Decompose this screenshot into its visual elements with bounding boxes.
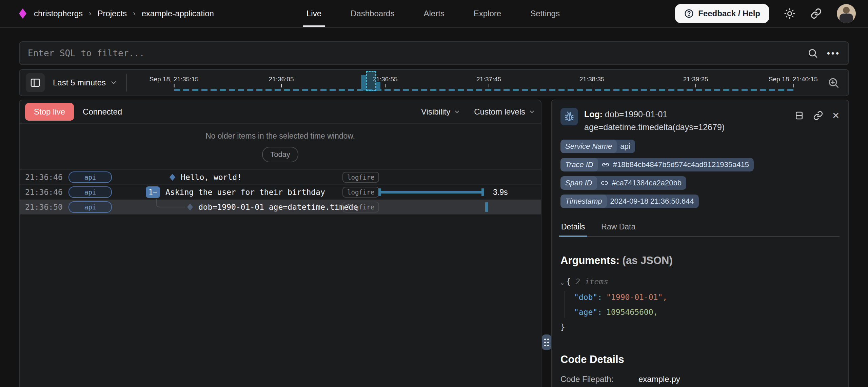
attribute-trace-id[interactable]: Trace ID#18b84cb4847b5d574c4ad9121935a41… <box>560 158 754 171</box>
json-indent-guide <box>565 291 565 318</box>
breadcrumb-project-name[interactable]: example-application <box>141 9 214 18</box>
timeline-bar: Last 5 minutes Sep 18, 21:35:15 21:36:05… <box>19 69 849 96</box>
scope-tag: logfire <box>342 187 379 198</box>
tab-raw-data[interactable]: Raw Data <box>600 218 636 236</box>
log-message: Asking the user for their birthday <box>165 188 325 197</box>
timeline-tick: 21:36:05 <box>269 76 294 87</box>
empty-window-message: No older items in the selected time wind… <box>205 131 355 141</box>
sql-filter-bar: ••• <box>19 41 849 65</box>
splitter-grip-icon[interactable] <box>542 334 551 350</box>
log-timestamp: 21:36:46 <box>25 173 63 182</box>
breadcrumb-separator: › <box>133 9 135 18</box>
service-badge[interactable]: api <box>68 201 112 213</box>
log-message: Hello, world! <box>181 173 242 182</box>
question-circle-icon <box>684 8 694 19</box>
scope-tag: logfire <box>342 202 379 212</box>
span-duration-bar <box>378 188 484 196</box>
tree-connector <box>156 199 185 207</box>
top-header: christophergs › Projects › example-appli… <box>0 0 868 28</box>
link-icon <box>601 161 610 169</box>
link-icon <box>600 179 609 187</box>
feedback-help-button[interactable]: Feedback / Help <box>675 4 769 23</box>
split-panel-icon[interactable] <box>794 110 804 121</box>
close-icon[interactable]: ✕ <box>832 110 840 121</box>
log-message: dob=1990-01-01 age=datetime.timede <box>198 203 358 211</box>
histogram-bar <box>361 75 366 90</box>
sql-filter-input[interactable] <box>28 48 807 58</box>
json-open-line[interactable]: ⌄{2 items <box>560 274 840 290</box>
json-close-line: } <box>560 320 840 334</box>
log-diamond-icon <box>170 174 175 181</box>
collapse-children-button[interactable]: 1− <box>146 186 160 198</box>
zoom-in-icon[interactable] <box>827 77 840 89</box>
share-link-icon[interactable] <box>810 8 822 19</box>
tab-alerts[interactable]: Alerts <box>422 0 446 27</box>
log-timestamp: 21:36:50 <box>25 203 63 211</box>
service-badge[interactable]: api <box>68 171 112 183</box>
code-filepath-row: Code Filepath: example.py <box>560 374 840 384</box>
timeline-track[interactable]: Sep 18, 21:35:15 21:36:05 21:36:55 21:37… <box>120 70 816 96</box>
connection-status: Connected <box>83 107 122 117</box>
scope-tag: logfire <box>342 172 379 183</box>
tab-settings[interactable]: Settings <box>529 0 561 27</box>
service-badge[interactable]: api <box>68 186 112 198</box>
breadcrumb-account[interactable]: christophergs <box>34 9 83 18</box>
arguments-heading: Arguments: (as JSON) <box>560 254 840 267</box>
json-entry: "dob":"1990-01-01", <box>560 290 840 305</box>
time-range-label: Last 5 minutes <box>53 78 106 87</box>
user-avatar[interactable] <box>837 4 856 23</box>
log-time-marker <box>485 202 488 212</box>
timeline-tick: 21:37:45 <box>476 76 501 87</box>
tab-live[interactable]: Live <box>305 0 323 27</box>
breadcrumb: christophergs › Projects › example-appli… <box>34 9 214 18</box>
log-row[interactable]: 21:36:46 api Hello, world! logfire <box>20 170 541 185</box>
timeline-selection[interactable] <box>366 71 376 91</box>
timeline-dashed-line <box>174 89 794 91</box>
feedback-help-label: Feedback / Help <box>698 9 760 18</box>
attribute-service-name[interactable]: Service Nameapi <box>560 140 635 153</box>
json-viewer: ⌄{2 items "dob":"1990-01-01", "age":1095… <box>560 274 840 334</box>
tab-explore[interactable]: Explore <box>472 0 502 27</box>
logfire-logo-icon[interactable] <box>19 8 26 19</box>
copy-link-icon[interactable] <box>813 110 823 121</box>
detail-title: Log: dob=1990-01-01 age=datetime.timedel… <box>584 108 774 134</box>
tab-details[interactable]: Details <box>560 218 586 236</box>
log-detail-panel: Log: dob=1990-01-01 age=datetime.timedel… <box>551 100 849 387</box>
log-row-selected[interactable]: 21:36:50 api dob=1990-01-01 age=datetime… <box>20 200 541 215</box>
timeline-tick: 21:38:35 <box>579 76 605 87</box>
bug-icon <box>560 108 578 125</box>
time-range-select[interactable]: Last 5 minutes <box>53 78 117 87</box>
timeline-tick: 21:39:25 <box>683 76 708 87</box>
main-nav: Live Dashboards Alerts Explore Settings <box>305 0 561 27</box>
histogram-bar <box>376 82 380 90</box>
live-log-panel: Stop live Connected Visibility Custom le… <box>19 100 541 387</box>
panel-splitter[interactable] <box>542 100 551 387</box>
search-icon[interactable] <box>807 48 818 59</box>
attribute-timestamp[interactable]: Timestamp2024-09-18 21:36:50.644 <box>560 195 699 208</box>
custom-levels-dropdown[interactable]: Custom levels <box>474 107 535 117</box>
json-entry: "age":1095465600, <box>560 305 840 320</box>
code-details-heading: Code Details <box>560 353 840 366</box>
tab-dashboards[interactable]: Dashboards <box>349 0 396 27</box>
more-options-icon[interactable]: ••• <box>827 48 840 59</box>
span-duration-label: 3.9s <box>493 188 508 197</box>
sidebar-toggle-icon[interactable] <box>26 73 45 92</box>
attribute-span-id[interactable]: Span ID#ca741384ca2a20bb <box>560 176 686 190</box>
breadcrumb-projects[interactable]: Projects <box>97 9 127 18</box>
visibility-dropdown[interactable]: Visibility <box>421 107 460 117</box>
stop-live-button[interactable]: Stop live <box>25 103 74 121</box>
log-diamond-icon <box>187 204 193 211</box>
timeline-tick: Sep 18, 21:35:15 <box>150 76 199 87</box>
today-button[interactable]: Today <box>262 147 298 162</box>
log-timestamp: 21:36:46 <box>25 188 63 197</box>
timeline-tick: Sep 18, 21:40:15 <box>769 76 818 87</box>
log-row[interactable]: 21:36:46 api 1− Asking the user for thei… <box>20 185 541 200</box>
theme-toggle-icon[interactable] <box>784 8 795 19</box>
detail-tabs: Details Raw Data <box>560 218 840 237</box>
breadcrumb-separator: › <box>89 9 91 18</box>
